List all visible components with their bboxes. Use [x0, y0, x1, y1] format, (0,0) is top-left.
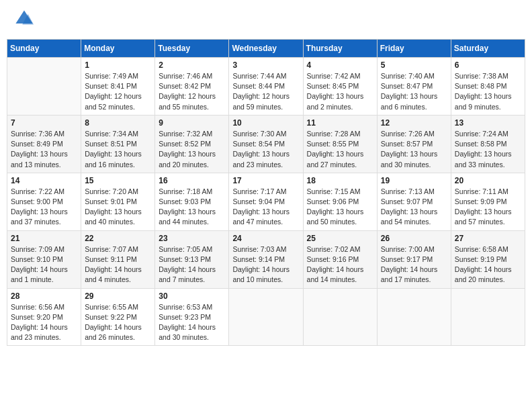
day-info: Sunrise: 7:34 AM Sunset: 8:51 PM Dayligh…: [85, 129, 151, 170]
calendar-cell: 19Sunrise: 7:13 AM Sunset: 9:07 PM Dayli…: [377, 173, 451, 230]
day-info: Sunrise: 7:46 AM Sunset: 8:42 PM Dayligh…: [159, 71, 225, 112]
page-header: [7, 7, 525, 34]
day-info: Sunrise: 7:40 AM Sunset: 8:47 PM Dayligh…: [381, 71, 447, 112]
day-number: 5: [381, 60, 447, 70]
calendar-cell: 4Sunrise: 7:42 AM Sunset: 8:45 PM Daylig…: [303, 58, 377, 116]
day-header-monday: Monday: [81, 40, 155, 58]
calendar-cell: 10Sunrise: 7:30 AM Sunset: 8:54 PM Dayli…: [229, 115, 303, 173]
day-number: 29: [85, 291, 151, 301]
day-info: Sunrise: 7:24 AM Sunset: 8:58 PM Dayligh…: [455, 129, 521, 170]
day-header-thursday: Thursday: [303, 40, 377, 58]
calendar-table: SundayMondayTuesdayWednesdayThursdayFrid…: [7, 39, 525, 346]
day-info: Sunrise: 7:07 AM Sunset: 9:11 PM Dayligh…: [85, 244, 151, 285]
day-info: Sunrise: 6:55 AM Sunset: 9:22 PM Dayligh…: [85, 302, 151, 343]
calendar-header-row: SundayMondayTuesdayWednesdayThursdayFrid…: [7, 40, 525, 58]
calendar-cell: [303, 288, 377, 346]
day-number: 4: [307, 60, 373, 70]
calendar-cell: 24Sunrise: 7:03 AM Sunset: 9:14 PM Dayli…: [229, 230, 303, 288]
calendar-cell: [229, 288, 303, 346]
day-header-friday: Friday: [377, 40, 451, 58]
logo-icon: [15, 9, 34, 28]
day-header-tuesday: Tuesday: [155, 40, 229, 58]
day-info: Sunrise: 6:53 AM Sunset: 9:23 PM Dayligh…: [159, 302, 225, 343]
calendar-cell: 13Sunrise: 7:24 AM Sunset: 8:58 PM Dayli…: [451, 115, 525, 173]
day-number: 14: [11, 176, 77, 185]
calendar-cell: 7Sunrise: 7:36 AM Sunset: 8:49 PM Daylig…: [7, 115, 81, 173]
calendar-cell: 28Sunrise: 6:56 AM Sunset: 9:20 PM Dayli…: [7, 288, 81, 346]
calendar-cell: 26Sunrise: 7:00 AM Sunset: 9:17 PM Dayli…: [377, 230, 451, 288]
day-info: Sunrise: 7:38 AM Sunset: 8:48 PM Dayligh…: [455, 71, 521, 112]
day-info: Sunrise: 6:58 AM Sunset: 9:19 PM Dayligh…: [455, 244, 521, 285]
day-info: Sunrise: 7:00 AM Sunset: 9:17 PM Dayligh…: [381, 244, 447, 285]
day-number: 23: [159, 234, 225, 243]
day-info: Sunrise: 7:20 AM Sunset: 9:01 PM Dayligh…: [85, 187, 151, 228]
calendar-cell: 6Sunrise: 7:38 AM Sunset: 8:48 PM Daylig…: [451, 58, 525, 116]
day-header-saturday: Saturday: [451, 40, 525, 58]
day-number: 12: [381, 118, 447, 128]
calendar-cell: [7, 58, 81, 116]
day-number: 22: [85, 234, 151, 243]
calendar-cell: 30Sunrise: 6:53 AM Sunset: 9:23 PM Dayli…: [155, 288, 229, 346]
day-number: 8: [85, 118, 151, 128]
calendar-cell: 1Sunrise: 7:49 AM Sunset: 8:41 PM Daylig…: [81, 58, 155, 116]
calendar-cell: 9Sunrise: 7:32 AM Sunset: 8:52 PM Daylig…: [155, 115, 229, 173]
day-info: Sunrise: 7:26 AM Sunset: 8:57 PM Dayligh…: [381, 129, 447, 170]
day-info: Sunrise: 7:18 AM Sunset: 9:03 PM Dayligh…: [159, 187, 225, 228]
day-info: Sunrise: 7:32 AM Sunset: 8:52 PM Dayligh…: [159, 129, 225, 170]
calendar-week-row: 28Sunrise: 6:56 AM Sunset: 9:20 PM Dayli…: [7, 288, 525, 346]
calendar-cell: 8Sunrise: 7:34 AM Sunset: 8:51 PM Daylig…: [81, 115, 155, 173]
calendar-cell: 14Sunrise: 7:22 AM Sunset: 9:00 PM Dayli…: [7, 173, 81, 230]
calendar-cell: 3Sunrise: 7:44 AM Sunset: 8:44 PM Daylig…: [229, 58, 303, 116]
calendar-cell: 18Sunrise: 7:15 AM Sunset: 9:06 PM Dayli…: [303, 173, 377, 230]
day-header-wednesday: Wednesday: [229, 40, 303, 58]
calendar-week-row: 14Sunrise: 7:22 AM Sunset: 9:00 PM Dayli…: [7, 173, 525, 230]
calendar-cell: 12Sunrise: 7:26 AM Sunset: 8:57 PM Dayli…: [377, 115, 451, 173]
day-info: Sunrise: 7:03 AM Sunset: 9:14 PM Dayligh…: [232, 244, 299, 285]
day-info: Sunrise: 7:30 AM Sunset: 8:54 PM Dayligh…: [232, 129, 299, 170]
day-number: 25: [307, 234, 373, 243]
calendar-week-row: 1Sunrise: 7:49 AM Sunset: 8:41 PM Daylig…: [7, 58, 525, 116]
day-info: Sunrise: 7:09 AM Sunset: 9:10 PM Dayligh…: [11, 244, 77, 285]
day-info: Sunrise: 7:28 AM Sunset: 8:55 PM Dayligh…: [307, 129, 373, 170]
day-number: 10: [232, 118, 299, 128]
day-number: 16: [159, 176, 225, 185]
calendar-cell: 20Sunrise: 7:11 AM Sunset: 9:09 PM Dayli…: [451, 173, 525, 230]
day-header-sunday: Sunday: [7, 40, 81, 58]
calendar-cell: 25Sunrise: 7:02 AM Sunset: 9:16 PM Dayli…: [303, 230, 377, 288]
day-number: 13: [455, 118, 521, 128]
calendar-week-row: 21Sunrise: 7:09 AM Sunset: 9:10 PM Dayli…: [7, 230, 525, 288]
logo: [12, 9, 34, 31]
calendar-cell: 21Sunrise: 7:09 AM Sunset: 9:10 PM Dayli…: [7, 230, 81, 288]
day-number: 17: [232, 176, 299, 185]
day-info: Sunrise: 7:42 AM Sunset: 8:45 PM Dayligh…: [307, 71, 373, 112]
day-number: 21: [11, 234, 77, 243]
calendar-cell: 27Sunrise: 6:58 AM Sunset: 9:19 PM Dayli…: [451, 230, 525, 288]
calendar-cell: 23Sunrise: 7:05 AM Sunset: 9:13 PM Dayli…: [155, 230, 229, 288]
day-number: 26: [381, 234, 447, 243]
calendar-cell: 16Sunrise: 7:18 AM Sunset: 9:03 PM Dayli…: [155, 173, 229, 230]
day-info: Sunrise: 7:22 AM Sunset: 9:00 PM Dayligh…: [11, 187, 77, 228]
day-number: 19: [381, 176, 447, 185]
day-info: Sunrise: 7:02 AM Sunset: 9:16 PM Dayligh…: [307, 244, 373, 285]
calendar-cell: [377, 288, 451, 346]
day-number: 2: [159, 60, 225, 70]
calendar-cell: 5Sunrise: 7:40 AM Sunset: 8:47 PM Daylig…: [377, 58, 451, 116]
calendar-cell: 11Sunrise: 7:28 AM Sunset: 8:55 PM Dayli…: [303, 115, 377, 173]
day-number: 11: [307, 118, 373, 128]
day-number: 20: [455, 176, 521, 185]
day-number: 1: [85, 60, 151, 70]
calendar-cell: 2Sunrise: 7:46 AM Sunset: 8:42 PM Daylig…: [155, 58, 229, 116]
day-info: Sunrise: 7:36 AM Sunset: 8:49 PM Dayligh…: [11, 129, 77, 170]
day-info: Sunrise: 7:44 AM Sunset: 8:44 PM Dayligh…: [232, 71, 299, 112]
calendar-week-row: 7Sunrise: 7:36 AM Sunset: 8:49 PM Daylig…: [7, 115, 525, 173]
day-number: 18: [307, 176, 373, 185]
day-number: 3: [232, 60, 299, 70]
day-info: Sunrise: 7:13 AM Sunset: 9:07 PM Dayligh…: [381, 187, 447, 228]
calendar-cell: 29Sunrise: 6:55 AM Sunset: 9:22 PM Dayli…: [81, 288, 155, 346]
calendar-cell: [451, 288, 525, 346]
day-number: 7: [11, 118, 77, 128]
day-number: 27: [455, 234, 521, 243]
day-info: Sunrise: 7:15 AM Sunset: 9:06 PM Dayligh…: [307, 187, 373, 228]
calendar-cell: 17Sunrise: 7:17 AM Sunset: 9:04 PM Dayli…: [229, 173, 303, 230]
day-info: Sunrise: 7:05 AM Sunset: 9:13 PM Dayligh…: [159, 244, 225, 285]
